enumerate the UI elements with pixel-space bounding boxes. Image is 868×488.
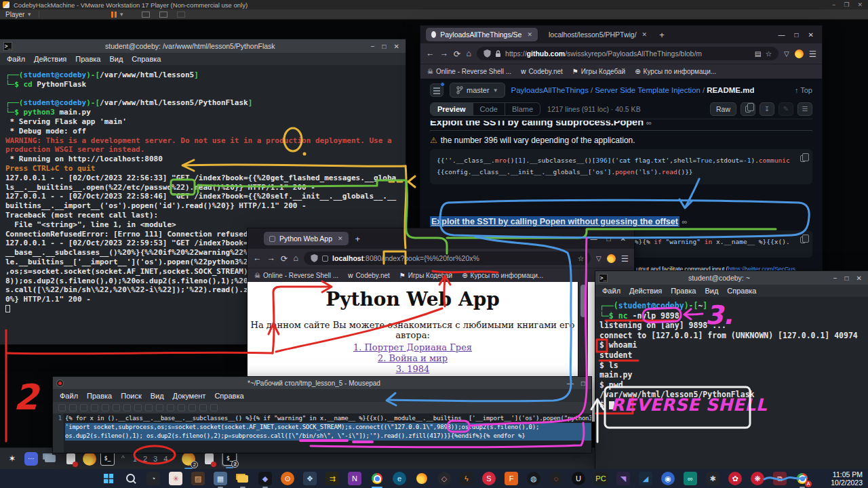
menu-item[interactable]: Вид bbox=[151, 392, 164, 400]
back-button[interactable]: ← bbox=[426, 49, 435, 58]
menu-item[interactable]: Справка bbox=[214, 392, 243, 400]
new-tab-button[interactable]: + bbox=[355, 234, 361, 244]
workspace-switcher[interactable]: 1 2 3 4 bbox=[133, 455, 170, 463]
save-icon[interactable] bbox=[80, 404, 87, 411]
reload-button[interactable]: ⟳ bbox=[281, 253, 288, 264]
foxyproxy-icon[interactable] bbox=[795, 49, 804, 58]
sep[interactable] bbox=[113, 404, 120, 411]
menu-item[interactable]: Правка bbox=[87, 392, 112, 400]
system-clock[interactable]: 11:05 PM 10/2/2023 bbox=[831, 470, 863, 487]
find-icon[interactable] bbox=[189, 404, 196, 411]
start-button[interactable] bbox=[102, 472, 115, 485]
terminal2-maximize-button[interactable]: □ bbox=[845, 274, 849, 282]
bookmark-item[interactable]: wCodeby.net bbox=[348, 272, 390, 279]
tab-payloadsallthethings[interactable]: PayloadsAllTheThings/Se ✕ bbox=[426, 28, 538, 41]
menu-item[interactable]: Файл bbox=[60, 392, 78, 400]
vmware-minimize-button[interactable]: − bbox=[832, 1, 835, 8]
pocket-icon[interactable]: ▽ bbox=[784, 50, 789, 58]
carrot-app-icon[interactable]: ϟ bbox=[460, 472, 473, 485]
menu-hamburger-icon[interactable]: ☰ bbox=[809, 49, 816, 59]
chrome-icon[interactable] bbox=[370, 472, 384, 485]
code-block-subprocess-popen[interactable]: {{''.__class__.mro()[1].__subclasses__()… bbox=[430, 149, 812, 184]
tab-close-icon[interactable]: ✕ bbox=[642, 31, 648, 38]
scrollbar-thumb[interactable] bbox=[580, 285, 586, 317]
bookmark-item[interactable]: ⚑Игры Кодебай bbox=[572, 68, 625, 75]
app-menu-icon[interactable]: ✶ bbox=[4, 451, 20, 467]
vscode-icon[interactable]: ◢ bbox=[639, 472, 652, 485]
bookmark-star-icon[interactable]: ☆ bbox=[766, 49, 772, 58]
bookmark-item[interactable]: wCodeby.net bbox=[521, 68, 563, 75]
file-tree-toggle-icon[interactable] bbox=[430, 83, 443, 97]
virtualbox-icon[interactable]: ❖ bbox=[303, 472, 317, 485]
firefox-icon[interactable] bbox=[83, 452, 96, 466]
settings-red-icon-2[interactable]: ❋ bbox=[751, 472, 764, 485]
new-file-icon[interactable] bbox=[58, 404, 66, 411]
pocket-icon[interactable]: ▽ bbox=[596, 255, 601, 262]
sep[interactable] bbox=[178, 404, 185, 411]
shazam-app-icon[interactable]: S bbox=[482, 472, 496, 485]
map-pin-icon[interactable]: ◉ bbox=[661, 472, 675, 485]
search-button[interactable] bbox=[124, 472, 138, 485]
menu-item[interactable]: Действия bbox=[34, 55, 66, 63]
outline-icon[interactable]: ☰ bbox=[797, 102, 812, 116]
menu-item[interactable]: Правка bbox=[75, 55, 100, 63]
terminal1-minimize-button[interactable]: − bbox=[371, 43, 375, 50]
mousepad-titlebar[interactable]: *~/Рабочий стол/tmp_lesson_5 - Mousepad … bbox=[53, 377, 591, 389]
blender-icon[interactable]: ◌ bbox=[549, 472, 563, 485]
foxyproxy-icon[interactable] bbox=[607, 254, 616, 263]
red-folders-app-icon[interactable]: ⧉ bbox=[773, 472, 787, 485]
visual-studio-icon[interactable]: ◥ bbox=[616, 472, 630, 485]
settings-red-icon-1[interactable]: ✿ bbox=[728, 472, 742, 485]
camtasia-icon[interactable]: ∞ bbox=[684, 472, 697, 485]
home-button[interactable]: ⌂ bbox=[466, 49, 471, 58]
bookmark-item[interactable]: ⊕Курсы по информаци... bbox=[635, 68, 716, 75]
suspend-vm-button[interactable] bbox=[111, 12, 117, 18]
menu-item[interactable]: Поиск bbox=[121, 392, 141, 400]
firefox-host-icon[interactable] bbox=[415, 472, 429, 485]
resolve-app-icon[interactable]: ◇ bbox=[437, 472, 451, 485]
breadcrumb-repo[interactable]: PayloadsAllTheThings bbox=[511, 86, 589, 94]
bookmark-item[interactable]: ⊕Курсы по информаци... bbox=[462, 272, 543, 279]
github-close-button[interactable]: ✕ bbox=[808, 31, 814, 39]
rufus-icon[interactable]: ⊙ bbox=[281, 472, 294, 485]
paste-icon[interactable] bbox=[167, 404, 174, 411]
back-to-top-link[interactable]: ↑ Top bbox=[795, 86, 812, 94]
unreal-engine-icon[interactable]: U bbox=[572, 472, 585, 485]
save-as-icon[interactable] bbox=[91, 404, 98, 411]
book-link[interactable]: 3. 1984 bbox=[248, 364, 578, 374]
tab-code[interactable]: Code bbox=[473, 103, 505, 115]
terminal2-output[interactable]: ┌──(student@codeby)-[~]└─$ nc -nvlp 9898… bbox=[595, 297, 868, 469]
breadcrumb-section[interactable]: Server Side Template Injection bbox=[595, 86, 701, 94]
slack-icon[interactable]: ✳ bbox=[169, 472, 182, 485]
vmware-maximize-button[interactable]: ❐ bbox=[844, 1, 849, 8]
menu-item[interactable]: Файл bbox=[7, 55, 25, 63]
edge-icon[interactable]: e bbox=[393, 472, 406, 485]
copy-code-icon[interactable] bbox=[800, 155, 806, 162]
workspaces-icon[interactable]: ⋯ bbox=[24, 452, 38, 466]
url-bar[interactable]: https://github.com/swisskyrepo/PayloadsA… bbox=[477, 47, 778, 60]
fullscreen-button[interactable] bbox=[159, 12, 167, 18]
close-file-icon[interactable] bbox=[102, 404, 109, 411]
edit-pencil-icon[interactable]: ✎ bbox=[778, 102, 793, 116]
book-link[interactable]: 1. Портрет Дориана Грея bbox=[248, 342, 578, 352]
bookmark-item[interactable]: ⚑Игры Кодебай bbox=[399, 272, 452, 279]
webapp-minimize-button[interactable]: — bbox=[591, 235, 597, 243]
new-tab-button[interactable]: + bbox=[659, 30, 665, 40]
chrome-profile-icon[interactable]: A bbox=[795, 472, 809, 485]
redo-icon[interactable] bbox=[134, 404, 142, 411]
copy-icon[interactable] bbox=[156, 404, 163, 411]
menu-item[interactable]: Справка bbox=[132, 55, 161, 63]
reload-button[interactable]: ⟳ bbox=[454, 49, 460, 59]
firefox-window-icon[interactable]: 2 bbox=[182, 452, 195, 466]
pycharm-icon[interactable]: PC bbox=[594, 472, 608, 485]
replace-icon[interactable] bbox=[199, 404, 207, 411]
open-file-icon[interactable] bbox=[69, 404, 77, 411]
home-button[interactable]: ⌂ bbox=[293, 253, 298, 263]
menu-item[interactable]: Правка bbox=[671, 287, 696, 295]
mousepad-minimize-button[interactable]: — bbox=[567, 380, 574, 387]
tab-localhost-phptwig[interactable]: localhost/lesson5/PHPTwig/ ✕ bbox=[543, 28, 652, 41]
tab-close-icon[interactable]: ✕ bbox=[527, 31, 532, 38]
grabber-app-icon[interactable]: ✱ bbox=[706, 472, 719, 485]
mousepad-maximize-button[interactable]: □ bbox=[581, 380, 585, 387]
back-button[interactable]: ← bbox=[253, 253, 262, 263]
